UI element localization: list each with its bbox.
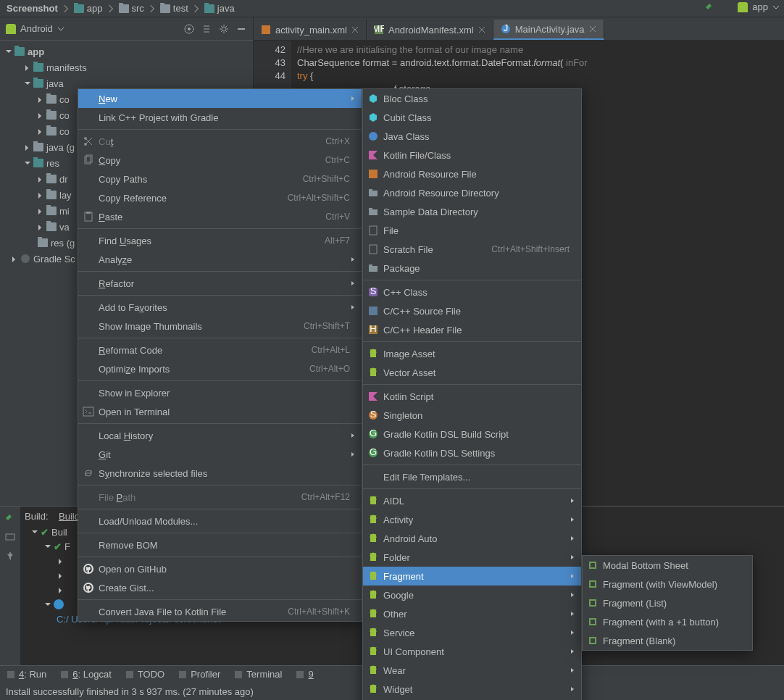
editor-tab[interactable]: MFAndroidManifest.xml [367,20,493,40]
tree-arrow-icon[interactable] [23,80,30,87]
menu-item[interactable]: Wear [363,661,581,680]
tree-arrow-icon[interactable] [43,543,51,550]
tree-arrow-icon[interactable] [36,175,43,183]
menu-item[interactable]: Kotlin Script [363,387,581,406]
menu-item[interactable]: Synchronize selected files [78,464,362,483]
menu-item[interactable]: Convert Java File to Kotlin FileCtrl+Alt… [78,602,362,621]
tree-arrow-icon[interactable] [57,557,64,564]
tree-arrow-icon[interactable] [36,223,43,230]
menu-item[interactable]: Local History [78,426,362,445]
menu-item[interactable]: Vector Asset [363,363,581,382]
menu-item[interactable]: Android Resource File [363,164,581,183]
menu-item[interactable]: Widget [363,680,581,699]
tree-arrow-icon[interactable] [23,64,30,71]
hammer-icon[interactable] [4,512,16,524]
menu-item[interactable]: Optimize ImportsCtrl+Alt+O [78,359,362,378]
editor-tab[interactable]: JMainActivity.java [493,20,604,40]
menu-item[interactable]: Fragment [363,567,581,586]
menu-item[interactable]: Image Asset [363,344,581,363]
menu-item[interactable]: Add to Favorites [78,298,362,317]
menu-item[interactable]: Cubit Class [363,108,581,127]
menu-item[interactable]: C/C++ Source File [363,301,581,320]
menu-item[interactable]: Show in Explorer [78,383,362,402]
close-icon[interactable] [589,25,596,33]
menu-item[interactable]: Google [363,586,581,604]
menu-item[interactable]: Reformat CodeCtrl+Alt+L [78,341,362,359]
menu-item[interactable]: Fragment (List) [583,593,752,612]
target-icon[interactable] [183,23,195,35]
menu-item[interactable]: Git [78,445,362,464]
breadcrumb-root[interactable]: Screenshot [4,3,60,14]
menu-item[interactable]: Folder [363,548,581,567]
menu-item[interactable]: Find UsagesAlt+F7 [78,231,362,250]
menu-item[interactable]: Service [363,623,581,642]
tree-arrow-icon[interactable] [43,601,51,608]
tree-arrow-icon[interactable] [23,143,30,151]
menu-item[interactable]: Scratch FileCtrl+Alt+Shift+Insert [363,240,581,259]
menu-item[interactable]: Fragment (with ViewModel) [583,575,752,593]
tree-arrow-icon[interactable] [30,528,38,536]
toolstrip-item[interactable]: 4: Run [6,669,46,680]
breadcrumb-item[interactable]: java [202,3,237,14]
collapse-icon[interactable] [201,23,212,35]
menu-item[interactable]: Copy ReferenceCtrl+Alt+Shift+C [78,188,362,207]
tree-arrow-icon[interactable] [36,207,43,214]
menu-item[interactable]: SC++ Class [363,283,581,301]
menu-item[interactable]: GGradle Kotlin DSL Settings [363,443,581,462]
menu-item[interactable]: Modal Bottom Sheet [583,556,752,575]
menu-item[interactable]: Fragment (with a +1 button) [583,612,752,631]
minimize-icon[interactable] [235,23,247,35]
menu-item[interactable]: Other [363,604,581,623]
pin-icon[interactable] [4,550,16,562]
tree-arrow-icon[interactable] [10,255,17,262]
menu-item[interactable]: Create Gist... [78,578,362,597]
menu-item[interactable]: File [363,221,581,240]
menu-item[interactable]: Link C++ Project with Gradle [78,108,362,127]
menu-item[interactable]: Package [363,259,581,278]
tree-arrow-icon[interactable] [36,128,43,135]
breadcrumb-item[interactable]: test [158,3,191,14]
tree-row[interactable]: app [0,43,253,59]
menu-item[interactable]: AIDL [363,491,581,510]
tree-arrow-icon[interactable] [36,112,43,119]
menu-item[interactable]: File PathCtrl+Alt+F12 [78,488,362,507]
menu-item[interactable]: Show Image ThumbnailsCtrl+Shift+T [78,317,362,336]
menu-item[interactable]: Activity [363,510,581,529]
menu-item[interactable]: Edit File Templates... [363,467,581,486]
menu-item[interactable]: Android Auto [363,529,581,548]
toolstrip-item[interactable]: Profiler [178,669,220,680]
menu-item[interactable]: Bloc Class [363,89,581,108]
menu-item[interactable]: UI Component [363,642,581,661]
breadcrumb-item[interactable]: app [72,3,105,14]
menu-item[interactable]: HC/C++ Header File [363,320,581,339]
toolstrip-item[interactable]: TODO [125,669,164,680]
menu-item[interactable]: Copy PathsCtrl+Shift+C [78,170,362,188]
toolstrip-item[interactable]: 9 [295,669,313,680]
menu-item[interactable]: Remove BOM [78,536,362,554]
toolstrip-item[interactable]: Terminal [233,669,282,680]
close-icon[interactable] [478,26,485,33]
menu-item[interactable]: GGradle Kotlin DSL Build Script [363,425,581,443]
run-config-selector[interactable]: app [704,1,780,12]
menu-item[interactable]: PasteCtrl+V [78,207,362,226]
gear-icon[interactable] [218,23,230,35]
menu-item[interactable]: New [78,89,362,108]
menu-item[interactable]: Open on GitHub [78,559,362,578]
toolstrip-item[interactable]: 6: Logcat [59,669,112,680]
menu-item[interactable]: Kotlin File/Class [363,146,581,164]
menu-item[interactable]: Refactor [78,274,362,293]
menu-item[interactable]: Android Resource Directory [363,183,581,202]
tree-arrow-icon[interactable] [4,48,12,55]
menu-item[interactable]: Analyze [78,250,362,269]
menu-item[interactable]: CutCtrl+X [78,132,362,151]
menu-item[interactable]: Java Class [363,127,581,146]
view-mode-selector[interactable]: Android [20,23,53,34]
menu-item[interactable]: CopyCtrl+C [78,151,362,170]
editor-tab[interactable]: activity_main.xml [254,20,367,40]
close-icon[interactable] [351,26,359,33]
menu-item[interactable]: Load/Unload Modules... [78,512,362,530]
tree-arrow-icon[interactable] [23,159,30,167]
menu-item[interactable]: Fragment (Blank) [583,631,752,650]
tree-arrow-icon[interactable] [57,572,64,579]
tree-arrow-icon[interactable] [36,191,43,199]
